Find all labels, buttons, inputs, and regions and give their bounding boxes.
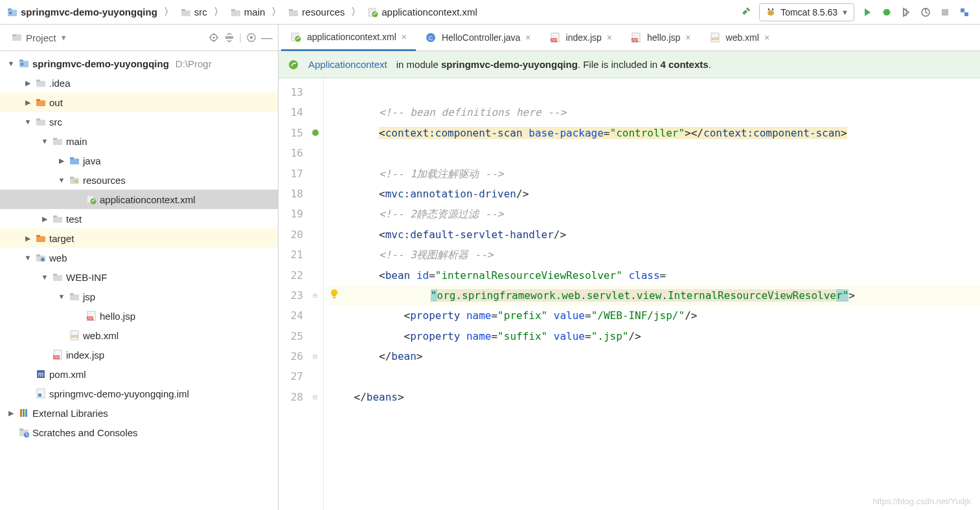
svg-point-22 bbox=[250, 36, 253, 39]
svg-rect-37 bbox=[70, 177, 74, 179]
code-line[interactable]: <mvc:annotation-driven/> bbox=[329, 184, 980, 204]
project-tree[interactable]: ▼springmvc-demo-yuyongqingD:\Progr▶.idea… bbox=[0, 51, 278, 510]
tree-twisty-icon[interactable]: ▼ bbox=[6, 60, 16, 67]
tree-twisty-icon[interactable]: ▼ bbox=[57, 293, 66, 300]
tree-node[interactable]: ▼jsp bbox=[0, 287, 278, 306]
tree-twisty-icon[interactable]: ▼ bbox=[57, 176, 66, 184]
editor-tab[interactable]: JSPindex.jsp× bbox=[540, 25, 621, 51]
code-line[interactable]: <!-- 2静态资源过滤 --> bbox=[329, 204, 980, 224]
project-panel-title[interactable]: Project ▼ bbox=[12, 32, 204, 43]
folder-grey-icon bbox=[52, 271, 63, 283]
tree-twisty-icon[interactable]: ▶ bbox=[40, 215, 49, 223]
close-icon[interactable]: × bbox=[685, 32, 690, 43]
editor-tab[interactable]: JSPhello.jsp× bbox=[621, 25, 700, 51]
stop-icon[interactable] bbox=[939, 6, 952, 19]
tree-node-label: applicationcontext.xml bbox=[100, 194, 196, 205]
expand-all-icon[interactable] bbox=[223, 32, 235, 43]
run-config-selector[interactable]: Tomcat 8.5.63 ▼ bbox=[759, 3, 854, 21]
code-line[interactable]: </beans> bbox=[329, 387, 980, 407]
run-icon[interactable] bbox=[861, 6, 874, 19]
tree-node[interactable]: ▶java bbox=[0, 151, 278, 170]
close-icon[interactable]: × bbox=[402, 32, 407, 42]
editor-tab[interactable]: applicationcontext.xml× bbox=[281, 25, 416, 51]
code-line[interactable]: "org.springframework.web.servlet.view.In… bbox=[329, 285, 980, 305]
tree-node[interactable]: ▼web bbox=[0, 248, 278, 267]
folder-orange-icon bbox=[35, 232, 47, 244]
tree-twisty-icon[interactable]: ▶ bbox=[57, 157, 66, 165]
debug-icon[interactable] bbox=[880, 6, 893, 19]
code-line[interactable]: </bean> bbox=[329, 346, 980, 366]
tree-node[interactable]: ▶.idea bbox=[0, 73, 278, 93]
coverage-icon[interactable] bbox=[900, 6, 913, 19]
line-number: 21 bbox=[279, 245, 303, 265]
tree-node[interactable]: springmvc-demo-yuyongqing.iml bbox=[0, 384, 278, 403]
tree-node-label: hello.jsp bbox=[100, 311, 135, 322]
tree-twisty-icon[interactable]: ▶ bbox=[23, 234, 32, 243]
editor-tab[interactable]: CHelloController.java× bbox=[416, 25, 540, 51]
breadcrumb-item[interactable]: main bbox=[227, 5, 268, 19]
spring-icon bbox=[288, 59, 299, 71]
tree-node[interactable]: ▼WEB-INF bbox=[0, 267, 278, 287]
tree-node[interactable]: ▶test bbox=[0, 209, 278, 228]
tree-node[interactable]: ▼src bbox=[0, 112, 278, 131]
locate-icon[interactable] bbox=[208, 32, 220, 43]
breadcrumb-item[interactable]: applicationcontext.xml bbox=[365, 5, 480, 19]
line-number-gutter: 13141516171819202122232425262728 bbox=[279, 78, 307, 510]
code-line[interactable]: <property name="prefix" value="/WEB-INF/… bbox=[329, 305, 980, 326]
code-line[interactable] bbox=[329, 366, 980, 386]
code-line[interactable] bbox=[329, 143, 980, 163]
profile-icon[interactable] bbox=[919, 6, 932, 19]
folder-orange-icon bbox=[35, 96, 47, 108]
tree-twisty-icon[interactable]: ▶ bbox=[23, 98, 32, 107]
close-icon[interactable]: × bbox=[607, 32, 612, 43]
tree-node[interactable]: ▼resources bbox=[0, 170, 278, 190]
tree-twisty-icon[interactable]: ▼ bbox=[40, 137, 49, 145]
code-line[interactable]: <!-- bean definitions here --> bbox=[329, 102, 980, 122]
editor-tab[interactable]: xmlweb.xml× bbox=[700, 25, 779, 51]
tree-node[interactable]: ▶target bbox=[0, 228, 278, 248]
code-line[interactable]: <!-- 3视图解析器 --> bbox=[329, 245, 980, 265]
code-line[interactable]: <mvc:default-servlet-handler/> bbox=[329, 225, 980, 245]
code-line[interactable]: <property name="suffix" value=".jsp"/> bbox=[329, 326, 980, 346]
folder-grey-icon bbox=[69, 291, 80, 302]
settings-gear-icon[interactable] bbox=[245, 32, 257, 43]
code-line[interactable]: <bean id="internalResourceViewResolver" … bbox=[329, 265, 980, 285]
tree-node[interactable]: Scratches and Consoles bbox=[0, 423, 278, 442]
spring-config-link[interactable]: Applicationcontext bbox=[308, 59, 387, 70]
tree-node[interactable]: JSPindex.jsp bbox=[0, 345, 278, 364]
code-line[interactable]: <context:component-scan base-package="co… bbox=[329, 123, 980, 143]
code-editor[interactable]: 13141516171819202122232425262728 ⊟⊟⊟ <!-… bbox=[279, 78, 980, 510]
svg-point-83 bbox=[312, 129, 319, 136]
tree-node[interactable]: ▶out bbox=[0, 93, 278, 112]
build-hammer-icon[interactable] bbox=[740, 6, 753, 19]
tree-node[interactable]: ▼main bbox=[0, 131, 278, 151]
svg-point-10 bbox=[372, 11, 378, 17]
tree-node[interactable]: mpom.xml bbox=[0, 364, 278, 384]
toolbar-right: Tomcat 8.5.63 ▼ bbox=[740, 3, 976, 21]
chevron-right-icon: 〉 bbox=[351, 6, 361, 18]
tree-twisty-icon[interactable]: ▼ bbox=[40, 273, 49, 281]
tree-node[interactable]: ▼springmvc-demo-yuyongqingD:\Progr bbox=[0, 54, 278, 73]
code-line[interactable]: <!-- 1加载注解驱动 --> bbox=[329, 164, 980, 184]
breadcrumb-item[interactable]: resources bbox=[285, 5, 347, 19]
close-icon[interactable]: × bbox=[525, 32, 530, 43]
close-icon[interactable]: × bbox=[764, 32, 769, 43]
code-line[interactable] bbox=[329, 82, 980, 102]
tree-node[interactable]: xmlweb.xml bbox=[0, 326, 278, 345]
update-icon[interactable] bbox=[958, 6, 971, 19]
tree-twisty-icon[interactable]: ▼ bbox=[23, 254, 32, 261]
breadcrumb-item[interactable]: src bbox=[177, 5, 210, 19]
tree-twisty-icon[interactable]: ▼ bbox=[23, 118, 32, 126]
tree-node[interactable]: ▶External Libraries bbox=[0, 403, 278, 423]
line-number: 20 bbox=[279, 225, 303, 245]
intention-bulb-icon[interactable] bbox=[329, 289, 343, 299]
tree-node[interactable]: applicationcontext.xml bbox=[0, 190, 278, 209]
breadcrumb-item[interactable]: springmvc-demo-yuyongqing bbox=[4, 5, 160, 19]
code-lines[interactable]: <!-- bean definitions here --> <context:… bbox=[324, 78, 980, 510]
chevron-down-icon: ▼ bbox=[841, 8, 849, 16]
tab-label: hello.jsp bbox=[647, 32, 680, 43]
tree-twisty-icon[interactable]: ▶ bbox=[23, 79, 32, 87]
hide-panel-icon[interactable]: — bbox=[261, 32, 273, 43]
tree-twisty-icon[interactable]: ▶ bbox=[6, 409, 16, 417]
tree-node[interactable]: JSPhello.jsp bbox=[0, 306, 278, 326]
